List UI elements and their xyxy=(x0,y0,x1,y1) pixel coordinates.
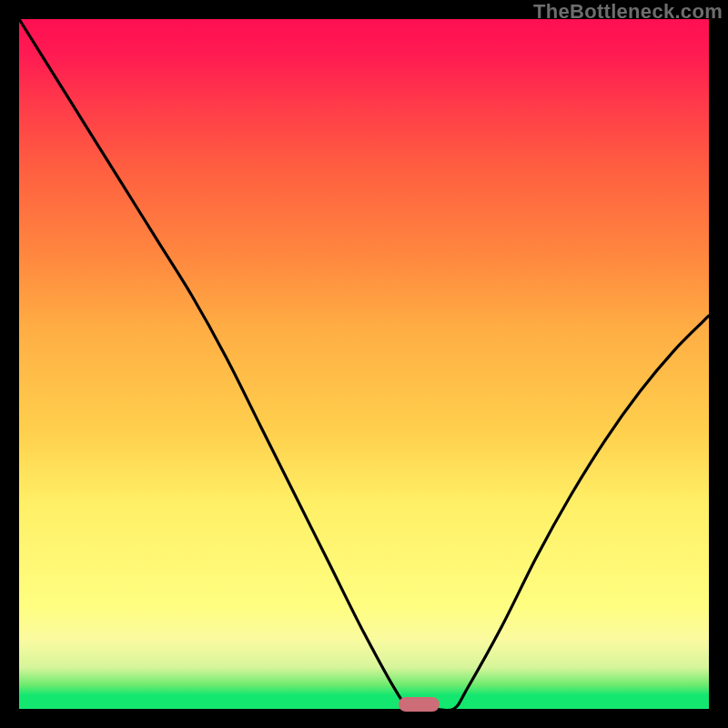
chart-canvas: TheBottleneck.com xyxy=(0,0,728,728)
minimum-marker xyxy=(399,697,440,712)
bottleneck-curve xyxy=(19,19,709,709)
plot-area xyxy=(19,19,709,709)
